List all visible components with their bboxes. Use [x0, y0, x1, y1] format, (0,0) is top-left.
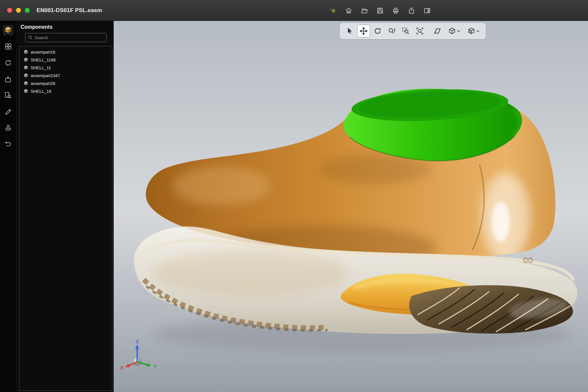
sole-inner-tint [153, 250, 349, 295]
search-box[interactable] [25, 33, 106, 42]
print-icon[interactable] [391, 6, 400, 15]
edrawings-logo-glyph: e [332, 7, 335, 14]
tree-item-label: assempart26 [31, 81, 55, 86]
part-icon [24, 50, 28, 55]
chevron-down-icon [457, 30, 460, 32]
zoom-button[interactable] [25, 8, 30, 13]
edrawings-window: EN001-DS01F PSL.easm e [0, 0, 588, 392]
tree-item-label: assempart2347 [31, 73, 60, 78]
y-axis-label: Y [154, 364, 157, 369]
edrawings-logo-icon[interactable]: e [328, 6, 337, 15]
pan-tool-button[interactable] [357, 24, 370, 38]
chevron-down-icon [476, 30, 480, 32]
viewport[interactable]: ∞ [114, 21, 588, 392]
orientation-triad: Z X Y [116, 339, 165, 385]
select-tool-button[interactable] [343, 24, 356, 38]
section-tool-button[interactable] [431, 24, 444, 38]
part-icon [24, 73, 28, 78]
tree-item[interactable]: SHELL_16 [20, 87, 112, 95]
part-icon [24, 89, 28, 94]
zoom-area-tool-button[interactable] [399, 24, 412, 38]
tree-item-label: SHELL_1166 [31, 57, 56, 62]
tree-item-label: SHELL_16 [31, 89, 51, 94]
z-axis-label: Z [136, 339, 139, 344]
brand-logo-infinity: ∞ [523, 251, 533, 268]
search-icon [28, 35, 33, 40]
views-grid-icon[interactable] [3, 41, 13, 52]
part-icon [24, 65, 28, 70]
components-tree: assempart16 SHELL_1166 SHELL_11 assempar… [19, 46, 112, 391]
zoom-fit-tool-button[interactable] [413, 24, 426, 38]
configurations-icon[interactable] [3, 74, 13, 84]
display-style-dropdown-button[interactable] [464, 24, 482, 38]
find-icon[interactable] [3, 90, 13, 101]
rollback-icon[interactable] [3, 139, 13, 150]
components-panel: Components assempart16 SHELL_1166 SHELL_… [16, 21, 114, 392]
part-icon [24, 81, 28, 86]
side-toolstrip [0, 21, 16, 392]
z-axis-arrowhead [135, 344, 139, 349]
titlebar-toolbar: e [328, 0, 432, 21]
share-icon[interactable] [407, 6, 416, 15]
home-icon[interactable] [344, 6, 353, 15]
tree-item[interactable]: assempart2347 [20, 72, 112, 79]
viewport-toolbar [340, 23, 486, 39]
minimize-button[interactable] [16, 8, 21, 13]
tree-item[interactable]: SHELL_11 [20, 64, 112, 72]
tree-item[interactable]: SHELL_1166 [20, 56, 112, 64]
close-button[interactable] [7, 8, 12, 13]
model-views-dropdown-button[interactable] [445, 24, 463, 38]
reset-view-icon[interactable] [3, 57, 13, 68]
stamp-icon[interactable] [3, 123, 13, 133]
tree-item-label: SHELL_11 [31, 65, 51, 70]
window-title: EN001-DS01F PSL.easm [37, 7, 102, 14]
toggle-panel-icon[interactable] [422, 6, 432, 15]
traffic-lights [7, 8, 30, 13]
panel-title: Components [16, 21, 114, 33]
markup-pencil-icon[interactable] [3, 106, 13, 117]
tree-item[interactable]: assempart26 [20, 79, 112, 87]
open-folder-icon[interactable] [360, 6, 369, 15]
search-input[interactable] [35, 35, 104, 40]
zoom-tool-button[interactable] [385, 24, 398, 38]
tree-item[interactable]: assempart16 [20, 48, 112, 56]
save-icon[interactable] [375, 6, 384, 15]
rotate-tool-button[interactable] [371, 24, 384, 38]
shoe-3d-model[interactable]: ∞ [114, 21, 588, 392]
tree-item-label: assempart16 [31, 50, 55, 55]
titlebar: EN001-DS01F PSL.easm e [0, 0, 588, 21]
components-tab-icon[interactable] [3, 25, 13, 35]
part-icon [24, 57, 28, 62]
x-axis-label: X [120, 365, 123, 370]
